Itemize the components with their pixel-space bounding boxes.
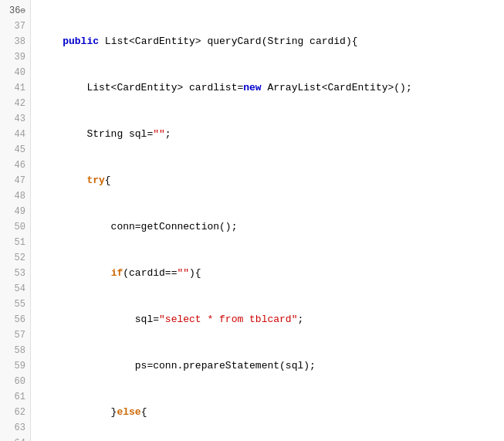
line-num-48: 48	[3, 188, 25, 204]
code-line-39: try{	[39, 173, 504, 188]
line-num-49: 49	[3, 204, 25, 219]
line-num-38: 38	[3, 34, 25, 49]
code-line-42: sql="select * from tblcard";	[39, 312, 504, 327]
line-num-47: 47	[3, 173, 25, 188]
line-num-37: 37	[3, 19, 25, 34]
code-line-37: List<CardEntity> cardlist=new ArrayList<…	[39, 80, 504, 96]
line-num-61: 61	[3, 389, 25, 405]
line-num-62: 62	[3, 405, 25, 420]
line-num-57: 57	[3, 327, 25, 343]
line-num-42: 42	[3, 96, 25, 111]
line-num-44: 44	[3, 127, 25, 142]
line-num-40: 40	[3, 65, 25, 80]
line-num-43: 43	[3, 111, 25, 127]
line-num-51: 51	[3, 235, 25, 250]
code-content[interactable]: public List<CardEntity> queryCard(String…	[31, 0, 504, 441]
code-line-44: }else{	[39, 405, 504, 420]
line-num-59: 59	[3, 358, 25, 374]
line-num-36: 36⊖	[3, 3, 25, 19]
code-line-43: ps=conn.prepareStatement(sql);	[39, 358, 504, 374]
line-number-gutter: 36⊖ 37 38 39 40 41 42 43 44 45 46 47 48 …	[0, 0, 31, 441]
line-num-64: 64	[3, 436, 25, 441]
code-line-38: String sql="";	[39, 127, 504, 142]
line-num-53: 53	[3, 266, 25, 281]
line-num-54: 54	[3, 281, 25, 297]
line-num-46: 46	[3, 158, 25, 173]
line-num-55: 55	[3, 297, 25, 312]
code-line-41: if(cardid==""){	[39, 266, 504, 281]
line-num-56: 56	[3, 312, 25, 327]
line-num-39: 39	[3, 49, 25, 65]
code-line-36: public List<CardEntity> queryCard(String…	[39, 34, 504, 49]
line-num-50: 50	[3, 219, 25, 235]
code-editor: 36⊖ 37 38 39 40 41 42 43 44 45 46 47 48 …	[0, 0, 504, 441]
code-line-40: conn=getConnection();	[39, 219, 504, 235]
line-num-41: 41	[3, 80, 25, 96]
line-num-63: 63	[3, 420, 25, 436]
line-num-58: 58	[3, 343, 25, 358]
line-num-45: 45	[3, 142, 25, 158]
line-num-52: 52	[3, 250, 25, 266]
line-num-60: 60	[3, 374, 25, 389]
